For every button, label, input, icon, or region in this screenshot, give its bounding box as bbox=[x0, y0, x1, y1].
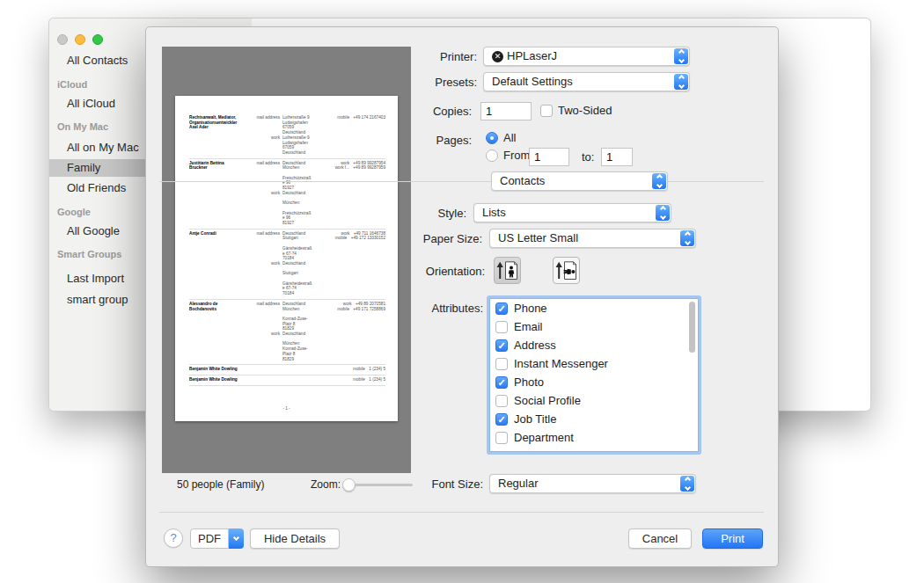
attribute-label: Phone bbox=[514, 302, 547, 315]
font-size-label: Font Size: bbox=[431, 477, 483, 491]
attribute-item-phone[interactable]: ✓Phone bbox=[490, 299, 698, 317]
pages-from-radio[interactable] bbox=[486, 149, 498, 162]
checkbox-icon[interactable] bbox=[495, 395, 508, 407]
pdf-menu-button[interactable]: PDF bbox=[190, 528, 244, 549]
attribute-label: Address bbox=[514, 339, 556, 352]
window-controls bbox=[57, 34, 103, 45]
settings-pane-select[interactable]: Contacts bbox=[491, 171, 668, 191]
style-value: Lists bbox=[482, 204, 506, 222]
checkbox-icon[interactable]: ✓ bbox=[495, 413, 508, 426]
printer-select[interactable]: ✕ HPLaserJ bbox=[483, 47, 690, 66]
preview-contact-row: Benjamin White Dowlingmobile 1 (234) 5 bbox=[189, 375, 385, 386]
close-button[interactable] bbox=[57, 34, 68, 45]
preview-contact-row: Justitiarin BettinaBrucknermail addressD… bbox=[189, 158, 385, 229]
pages-to-label: to: bbox=[582, 150, 594, 164]
two-sided-label: Two-Sided bbox=[558, 104, 612, 117]
attributes-label: Attributes: bbox=[431, 302, 483, 315]
people-count-label: 50 people (Family) bbox=[177, 478, 264, 491]
chevron-updown-icon bbox=[656, 205, 670, 221]
copies-label: Copies: bbox=[433, 105, 472, 118]
checkbox-icon[interactable] bbox=[495, 321, 508, 333]
preview-contact-row: Rechtsanwalt, Mediator,Organisationsentw… bbox=[189, 113, 385, 158]
print-preview-page: Rechtsanwalt, Mediator,Organisationsentw… bbox=[175, 96, 398, 421]
minimize-button[interactable] bbox=[75, 34, 85, 45]
attribute-label: Photo bbox=[514, 375, 544, 389]
pdf-button-label[interactable]: PDF bbox=[190, 528, 229, 549]
help-button[interactable]: ? bbox=[164, 528, 183, 548]
printer-offline-icon: ✕ bbox=[492, 51, 503, 62]
preview-contact-row: Alessandro deBochdanovitsmail addressDeu… bbox=[189, 299, 385, 364]
orientation-landscape-button[interactable] bbox=[553, 257, 580, 284]
paper-size-select[interactable]: US Letter Small bbox=[489, 229, 696, 248]
two-sided-checkbox[interactable] bbox=[540, 105, 553, 117]
font-size-select[interactable]: Regular bbox=[489, 474, 696, 493]
attribute-item-job-title[interactable]: ✓Job Title bbox=[490, 410, 698, 428]
chevron-updown-icon bbox=[680, 230, 694, 246]
attribute-item-social-profile[interactable]: Social Profile bbox=[490, 391, 698, 410]
attribute-label: Social Profile bbox=[514, 394, 581, 407]
orientation-label: Orientation: bbox=[426, 265, 485, 278]
chevron-updown-icon bbox=[674, 48, 688, 64]
attribute-label: Job Title bbox=[514, 412, 556, 426]
settings-pane-value: Contacts bbox=[500, 172, 545, 190]
checkbox-icon[interactable]: ✓ bbox=[495, 302, 508, 315]
copies-input[interactable] bbox=[480, 102, 532, 120]
paper-size-label: Paper Size: bbox=[423, 232, 482, 245]
presets-value: Default Settings bbox=[492, 73, 573, 91]
attribute-label: Instant Messenger bbox=[514, 357, 608, 370]
zoom-slider-thumb[interactable] bbox=[342, 478, 356, 492]
checkbox-icon[interactable]: ✓ bbox=[495, 339, 508, 352]
desktop: All ContactsiCloudAll iCloudOn My MacAll… bbox=[0, 0, 924, 583]
pages-label: Pages: bbox=[436, 134, 472, 147]
cancel-button[interactable]: Cancel bbox=[628, 528, 692, 549]
printer-label: Printer: bbox=[440, 50, 477, 63]
chevron-updown-icon bbox=[680, 476, 694, 492]
pages-all-radio[interactable] bbox=[486, 132, 498, 144]
print-button[interactable]: Print bbox=[702, 528, 763, 549]
chevron-updown-icon bbox=[674, 74, 688, 90]
style-select[interactable]: Lists bbox=[473, 203, 671, 222]
print-preview-pane: Rechtsanwalt, Mediator,Organisationsentw… bbox=[162, 47, 411, 473]
pages-from-input[interactable] bbox=[529, 148, 569, 166]
pages-all-label: All bbox=[503, 131, 516, 144]
preview-contact-row: Benjamin White Dowlingmobile 1 (234) 5 bbox=[189, 364, 385, 375]
preview-contact-list: Rechtsanwalt, Mediator,Organisationsentw… bbox=[189, 113, 385, 386]
zoom-slider[interactable] bbox=[344, 477, 413, 492]
preview-contact-row: Antje Conradimail addressDeutschlandStut… bbox=[189, 229, 385, 299]
preview-page-number: - 1 - bbox=[175, 406, 398, 411]
scrollbar-thumb[interactable] bbox=[689, 302, 695, 353]
attribute-item-department[interactable]: Department bbox=[490, 428, 698, 447]
portrait-icon bbox=[495, 259, 519, 282]
attribute-item-email[interactable]: Email bbox=[490, 317, 698, 336]
attribute-item-instant-messenger[interactable]: Instant Messenger bbox=[490, 354, 698, 373]
attribute-label: Email bbox=[514, 320, 543, 333]
attribute-item-address[interactable]: ✓Address bbox=[490, 336, 698, 354]
checkbox-icon[interactable] bbox=[495, 358, 508, 370]
attributes-list: ✓PhoneEmail✓AddressInstant Messenger✓Pho… bbox=[490, 299, 698, 447]
pages-to-input[interactable] bbox=[601, 148, 633, 166]
print-dialog: Rechtsanwalt, Mediator,Organisationsentw… bbox=[145, 26, 779, 567]
chevron-updown-icon bbox=[652, 173, 666, 189]
attribute-label: Department bbox=[514, 431, 574, 444]
paper-size-value: US Letter Small bbox=[498, 230, 578, 247]
checkbox-icon[interactable]: ✓ bbox=[495, 376, 508, 389]
orientation-portrait-button[interactable] bbox=[494, 257, 521, 284]
style-label: Style: bbox=[437, 207, 466, 220]
chevron-down-icon[interactable] bbox=[229, 528, 244, 549]
presets-label: Presets: bbox=[435, 76, 477, 89]
attributes-listbox: ✓PhoneEmail✓AddressInstant Messenger✓Pho… bbox=[489, 298, 699, 452]
landscape-icon bbox=[554, 259, 578, 282]
separator bbox=[159, 512, 764, 513]
zoom-label: Zoom: bbox=[311, 478, 341, 491]
font-size-value: Regular bbox=[498, 475, 539, 492]
hide-details-button[interactable]: Hide Details bbox=[250, 528, 340, 549]
checkbox-icon[interactable] bbox=[495, 432, 508, 444]
attribute-item-photo[interactable]: ✓Photo bbox=[490, 373, 698, 391]
separator bbox=[159, 181, 764, 182]
fullscreen-button[interactable] bbox=[92, 34, 103, 45]
presets-select[interactable]: Default Settings bbox=[483, 72, 690, 91]
printer-value: HPLaserJ bbox=[507, 47, 557, 65]
